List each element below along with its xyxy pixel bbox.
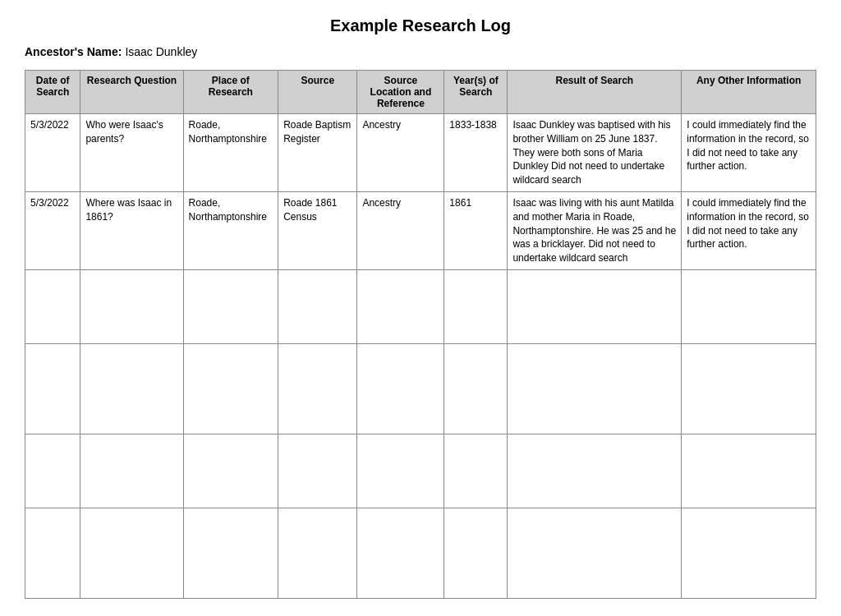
empty-cell xyxy=(183,508,278,598)
row1-question: Who were Isaac's parents? xyxy=(80,114,183,192)
header-source: Source xyxy=(278,71,357,114)
empty-cell xyxy=(682,269,816,343)
empty-cell xyxy=(444,269,508,343)
empty-cell xyxy=(183,269,278,343)
empty-cell xyxy=(278,508,357,598)
table-row xyxy=(25,508,816,598)
row2-date: 5/3/2022 xyxy=(25,191,80,269)
empty-cell xyxy=(682,343,816,434)
header-result: Result of Search xyxy=(508,71,682,114)
row1-other: I could immediately find the information… xyxy=(682,114,816,192)
empty-cell xyxy=(278,343,357,434)
row2-question: Where was Isaac in 1861? xyxy=(80,191,183,269)
table-header-row: Date of Search Research Question Place o… xyxy=(25,71,816,114)
ancestor-label: Ancestor's Name: xyxy=(25,45,122,58)
row1-date: 5/3/2022 xyxy=(25,114,80,192)
row2-year: 1861 xyxy=(444,191,508,269)
header-date: Date of Search xyxy=(25,71,80,114)
row1-source: Roade Baptism Register xyxy=(278,114,357,192)
empty-cell xyxy=(357,269,444,343)
ancestor-name-section: Ancestor's Name: Isaac Dunkley xyxy=(25,45,816,58)
empty-cell xyxy=(80,508,183,598)
row2-source: Roade 1861 Census xyxy=(278,191,357,269)
empty-cell xyxy=(25,343,80,434)
empty-cell xyxy=(25,434,80,508)
header-location: Source Location and Reference xyxy=(357,71,444,114)
row2-place: Roade, Northamptonshire xyxy=(183,191,278,269)
row1-result: Isaac Dunkley was baptised with his brot… xyxy=(508,114,682,192)
empty-cell xyxy=(508,508,682,598)
ancestor-name-text: Isaac Dunkley xyxy=(125,45,197,58)
table-row xyxy=(25,343,816,434)
empty-cell xyxy=(80,434,183,508)
empty-cell xyxy=(444,508,508,598)
empty-cell xyxy=(508,269,682,343)
header-year: Year(s) of Search xyxy=(444,71,508,114)
page-title: Example Research Log xyxy=(25,16,816,35)
empty-cell xyxy=(183,434,278,508)
empty-cell xyxy=(357,343,444,434)
table-row: 5/3/2022 Where was Isaac in 1861? Roade,… xyxy=(25,191,816,269)
row2-other: I could immediately find the information… xyxy=(682,191,816,269)
empty-cell xyxy=(682,508,816,598)
empty-cell xyxy=(278,269,357,343)
table-row: 5/3/2022 Who were Isaac's parents? Roade… xyxy=(25,114,816,192)
empty-cell xyxy=(444,343,508,434)
empty-cell xyxy=(357,434,444,508)
row1-place: Roade, Northamptonshire xyxy=(183,114,278,192)
empty-cell xyxy=(80,343,183,434)
row1-location: Ancestry xyxy=(357,114,444,192)
empty-cell xyxy=(25,508,80,598)
header-other: Any Other Information xyxy=(682,71,816,114)
research-log-table: Date of Search Research Question Place o… xyxy=(25,70,816,599)
row2-result: Isaac was living with his aunt Matilda a… xyxy=(508,191,682,269)
header-question: Research Question xyxy=(80,71,183,114)
table-row xyxy=(25,434,816,508)
empty-cell xyxy=(183,343,278,434)
header-place: Place of Research xyxy=(183,71,278,114)
empty-cell xyxy=(25,269,80,343)
empty-cell xyxy=(508,434,682,508)
row1-year: 1833-1838 xyxy=(444,114,508,192)
row2-location: Ancestry xyxy=(357,191,444,269)
table-row xyxy=(25,269,816,343)
empty-cell xyxy=(682,434,816,508)
empty-cell xyxy=(357,508,444,598)
empty-cell xyxy=(278,434,357,508)
empty-cell xyxy=(508,343,682,434)
empty-cell xyxy=(80,269,183,343)
empty-cell xyxy=(444,434,508,508)
